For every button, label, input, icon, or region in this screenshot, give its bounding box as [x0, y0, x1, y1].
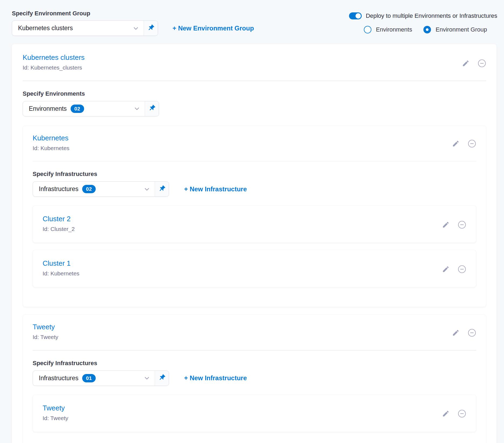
- environment-group-label: Specify Environment Group: [12, 10, 254, 17]
- infrastructures-select[interactable]: Infrastructures 02: [33, 181, 169, 197]
- remove-infrastructure-button[interactable]: [458, 265, 466, 274]
- environments-count-badge: 02: [71, 105, 84, 113]
- radio-environment-group-label: Environment Group: [436, 26, 487, 33]
- edit-pencil-icon: [452, 329, 460, 337]
- deploy-multiple-toggle-row: Deploy to multiple Environments or Infra…: [349, 12, 497, 19]
- deploy-options: Deploy to multiple Environments or Infra…: [349, 10, 497, 33]
- infrastructures-select-value: Infrastructures: [39, 185, 78, 193]
- infrastructure-name: Tweety: [43, 404, 466, 412]
- environment-group-select[interactable]: Kubernetes clusters: [12, 20, 158, 36]
- environment-card: Kubernetes Id: Kubernetes: [23, 126, 486, 307]
- environments-select[interactable]: Environments 02: [23, 101, 159, 116]
- new-environment-group-button[interactable]: + New Environment Group: [172, 25, 254, 32]
- specify-infrastructures-label: Specify Infrastructures: [33, 171, 476, 178]
- infrastructures-count-badge: 02: [82, 185, 96, 193]
- radio-checked-icon[interactable]: [423, 26, 431, 33]
- toggle-knob: [355, 13, 361, 19]
- minus-circle-icon: [478, 59, 486, 68]
- chevron-down-icon: [133, 105, 140, 112]
- environment-name: Tweety: [33, 323, 476, 331]
- pin-icon: [158, 185, 166, 193]
- infrastructure-name: Cluster 1: [43, 259, 466, 267]
- environment-id: Id: Tweety: [33, 334, 476, 340]
- chevron-down-icon: [143, 186, 150, 193]
- chevron-down-icon: [132, 25, 139, 32]
- infrastructure-name: Cluster 2: [43, 215, 466, 223]
- pin-button[interactable]: [145, 101, 159, 116]
- pin-button[interactable]: [155, 182, 169, 196]
- pin-icon: [148, 104, 156, 113]
- edit-environment-button[interactable]: [451, 140, 460, 148]
- edit-pencil-icon: [462, 60, 470, 68]
- pin-button[interactable]: [144, 21, 158, 36]
- divider: [23, 81, 486, 81]
- infrastructure-id: Id: Cluster_2: [43, 226, 466, 232]
- edit-environment-group-button[interactable]: [461, 59, 470, 68]
- minus-circle-icon: [458, 265, 466, 274]
- radio-option-environments[interactable]: Environments: [364, 26, 412, 33]
- infrastructure-id: Id: Tweety: [43, 415, 466, 421]
- edit-infrastructure-button[interactable]: [441, 221, 450, 229]
- edit-infrastructure-button[interactable]: [441, 410, 450, 418]
- infrastructures-select[interactable]: Infrastructures 01: [33, 371, 169, 386]
- edit-infrastructure-button[interactable]: [441, 265, 450, 274]
- infrastructure-card: Tweety Id: Tweety: [33, 394, 476, 432]
- environment-group-select-value: Kubernetes clusters: [18, 25, 73, 32]
- radio-unchecked-icon[interactable]: [364, 26, 371, 33]
- minus-circle-icon: [468, 328, 476, 338]
- pin-icon: [147, 24, 155, 33]
- specify-infrastructures-label: Specify Infrastructures: [33, 360, 476, 367]
- environment-name: Kubernetes: [33, 134, 476, 142]
- edit-pencil-icon: [442, 265, 450, 274]
- environment-card-header: Tweety Id: Tweety: [33, 323, 476, 340]
- minus-circle-icon: [458, 409, 466, 419]
- deploy-multiple-toggle[interactable]: [349, 12, 362, 19]
- edit-pencil-icon: [452, 140, 460, 148]
- radio-option-environment-group[interactable]: Environment Group: [423, 26, 487, 33]
- edit-pencil-icon: [442, 410, 450, 418]
- environment-group-id: Id: Kubernetes_clusters: [23, 64, 486, 71]
- pin-icon: [158, 374, 166, 382]
- environment-group-card-header: Kubernetes clusters Id: Kubernetes_clust…: [23, 53, 486, 71]
- pin-button[interactable]: [155, 371, 169, 386]
- edit-pencil-icon: [442, 221, 450, 229]
- environment-group-field: Specify Environment Group Kubernetes clu…: [12, 10, 254, 36]
- infrastructures-select-value: Infrastructures: [39, 375, 78, 382]
- radio-environments-label: Environments: [376, 26, 412, 33]
- minus-circle-icon: [468, 139, 476, 149]
- remove-environment-button[interactable]: [468, 329, 476, 337]
- environment-group-card: Kubernetes clusters Id: Kubernetes_clust…: [12, 44, 497, 443]
- infrastructures-count-badge: 01: [82, 374, 96, 382]
- specify-environments-label: Specify Environments: [23, 90, 486, 97]
- environment-card: Tweety Id: Tweety: [23, 314, 486, 443]
- environments-select-value: Environments: [29, 105, 67, 112]
- edit-environment-button[interactable]: [451, 329, 460, 337]
- scope-radio-group: Environments Environment Group: [364, 26, 487, 33]
- infrastructure-id: Id: Kubernetes: [43, 270, 466, 277]
- new-infrastructure-button[interactable]: + New Infrastructure: [184, 374, 247, 382]
- divider: [33, 161, 476, 162]
- minus-circle-icon: [458, 220, 466, 230]
- infrastructure-card: Cluster 2 Id: Cluster_2: [33, 205, 476, 243]
- remove-infrastructure-button[interactable]: [458, 221, 466, 229]
- chevron-down-icon: [143, 375, 150, 382]
- deploy-multiple-toggle-label: Deploy to multiple Environments or Infra…: [366, 12, 497, 19]
- environment-group-name: Kubernetes clusters: [23, 53, 486, 61]
- top-bar: Specify Environment Group Kubernetes clu…: [0, 0, 504, 36]
- infrastructure-card: Cluster 1 Id: Kubernetes: [33, 250, 476, 287]
- remove-environment-button[interactable]: [468, 140, 476, 148]
- divider: [33, 350, 476, 351]
- new-infrastructure-button[interactable]: + New Infrastructure: [184, 185, 247, 193]
- remove-infrastructure-button[interactable]: [458, 410, 466, 418]
- environment-id: Id: Kubernetes: [33, 145, 476, 151]
- environment-card-header: Kubernetes Id: Kubernetes: [33, 134, 476, 151]
- remove-environment-group-button[interactable]: [478, 59, 486, 68]
